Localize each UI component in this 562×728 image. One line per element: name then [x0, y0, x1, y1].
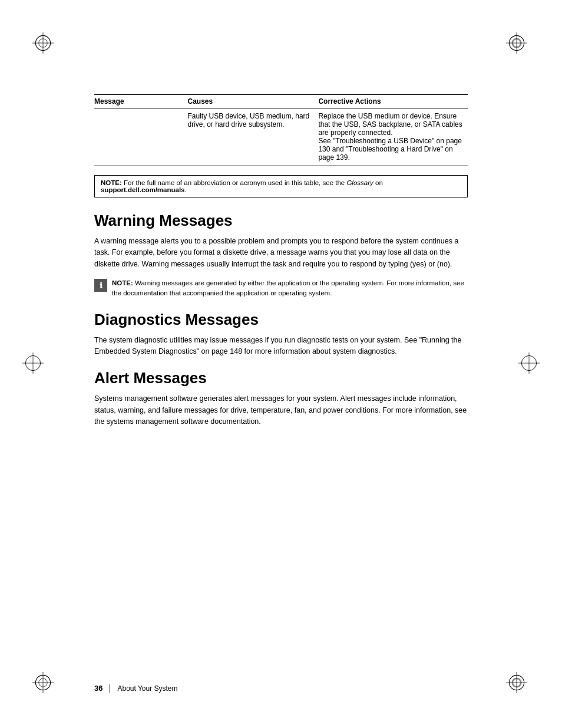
corner-mark-br	[506, 672, 530, 696]
corner-mark-bl	[32, 672, 56, 696]
diagnostics-messages-section: Diagnostics Messages The system diagnost…	[94, 311, 468, 358]
content-area: Message Causes Corrective Actions Faulty…	[94, 94, 468, 669]
table-note: NOTE: For the full name of an abbreviati…	[94, 175, 468, 197]
note-icon: ℹ	[94, 279, 107, 292]
warning-note: ℹ NOTE: Warning messages are generated b…	[94, 278, 468, 299]
table-note-text: For the full name of an abbreviation or …	[101, 179, 383, 193]
table-cell-message	[94, 108, 188, 166]
table-note-label: NOTE:	[101, 179, 122, 186]
table-row: Faulty USB device, USB medium, hard driv…	[94, 108, 468, 166]
warning-messages-body: A warning message alerts you to a possib…	[94, 236, 468, 270]
alert-messages-body: Systems management software generates al…	[94, 393, 468, 427]
warning-messages-section: Warning Messages A warning message alert…	[94, 212, 468, 299]
warning-note-body: Warning messages are generated by either…	[112, 279, 464, 297]
corner-mark-tr	[506, 32, 530, 56]
warning-note-label: NOTE:	[112, 279, 133, 286]
message-table: Message Causes Corrective Actions Faulty…	[94, 94, 468, 166]
alert-messages-heading: Alert Messages	[94, 369, 468, 387]
table-header-causes: Causes	[188, 95, 319, 108]
table-cell-corrective: Replace the USB medium or device. Ensure…	[318, 108, 468, 166]
table-cell-causes: Faulty USB device, USB medium, hard driv…	[188, 108, 319, 166]
corner-mark-tl	[32, 32, 56, 56]
side-mark-right	[518, 353, 540, 376]
table-header-corrective: Corrective Actions	[318, 95, 468, 108]
side-mark-left	[22, 353, 44, 376]
warning-note-text: NOTE: Warning messages are generated by …	[112, 278, 468, 299]
warning-messages-heading: Warning Messages	[94, 212, 468, 230]
page-number: 36	[94, 684, 103, 693]
alert-messages-section: Alert Messages Systems management softwa…	[94, 369, 468, 427]
footer-section-text: About Your System	[117, 684, 177, 693]
page-footer: 36 About Your System	[94, 684, 468, 693]
table-header-message: Message	[94, 95, 188, 108]
page: Message Causes Corrective Actions Faulty…	[0, 0, 562, 728]
footer-divider	[110, 684, 110, 693]
diagnostics-messages-body: The system diagnostic utilities may issu…	[94, 335, 468, 358]
diagnostics-messages-heading: Diagnostics Messages	[94, 311, 468, 329]
